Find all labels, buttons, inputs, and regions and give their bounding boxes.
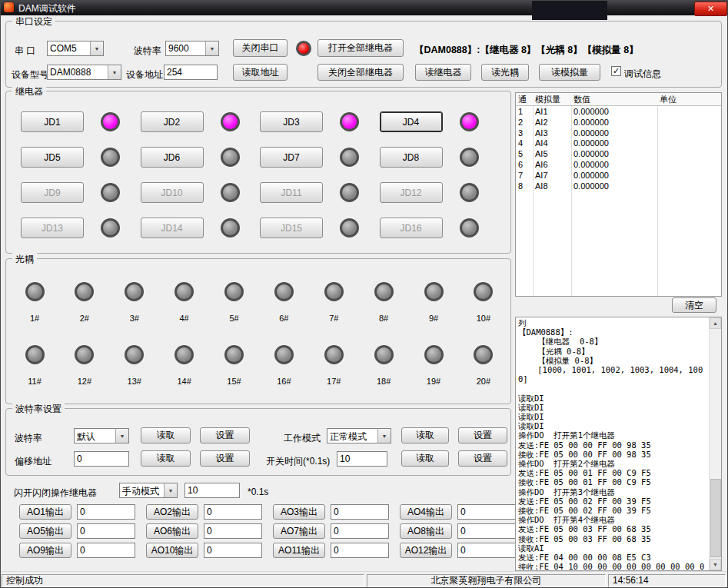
- app-window: DAM调试软件 ✕ 串口设定 串 口 COM5 ▼ 波特率 9600 ▼ 关闭串…: [0, 0, 728, 588]
- analog-cell: 0.000000: [571, 148, 657, 159]
- analog-row[interactable]: 8AI80.000000: [516, 181, 721, 191]
- ao-output-input[interactable]: [331, 543, 389, 558]
- analog-row[interactable]: 4AI40.000000: [516, 138, 721, 148]
- baudrate-select[interactable]: 默认 ▼: [74, 428, 129, 443]
- ao-output-input[interactable]: [77, 504, 135, 520]
- ao-output-input[interactable]: [204, 523, 262, 539]
- analog-row[interactable]: 3AI30.000000: [516, 128, 721, 138]
- ao-output-input[interactable]: [331, 523, 389, 539]
- relay-button[interactable]: JD11: [260, 182, 323, 203]
- ao-output-input[interactable]: [204, 504, 262, 520]
- relay-button[interactable]: JD5: [21, 147, 84, 168]
- flash-time-input[interactable]: [184, 483, 240, 498]
- ao-output-button[interactable]: AO12输出: [400, 543, 452, 558]
- baud-select[interactable]: 9600 ▼: [165, 41, 219, 56]
- ao-cell: AO9输出: [19, 543, 146, 558]
- relay-button[interactable]: JD6: [141, 147, 204, 168]
- read-relay-button[interactable]: 读继电器: [415, 64, 471, 81]
- ao-output-input[interactable]: [77, 523, 135, 539]
- analog-table[interactable]: 通模拟量数值单位 1AI10.0000002AI20.0000003AI30.0…: [515, 92, 722, 297]
- scrollbar-thumb[interactable]: [710, 479, 721, 557]
- ao-output-button[interactable]: AO3输出: [273, 504, 325, 520]
- opto-label: 3#: [130, 314, 139, 323]
- close-all-relays-button[interactable]: 关闭全部继电器: [317, 64, 404, 81]
- baudrate-set-button[interactable]: 设置: [200, 427, 250, 443]
- flash-mode-select[interactable]: 手动模式 ▼: [119, 483, 178, 498]
- relay-led: [340, 112, 359, 131]
- analog-row[interactable]: 7AI70.000000: [516, 170, 721, 181]
- relay-button[interactable]: JD4: [380, 111, 443, 132]
- scroll-up-icon[interactable]: ▲: [710, 317, 721, 329]
- offset-address-input[interactable]: [74, 451, 129, 467]
- baudrate-read-button[interactable]: 读取: [141, 427, 191, 443]
- relay-button[interactable]: JD14: [141, 218, 204, 238]
- ao-output-button[interactable]: AO6输出: [146, 523, 198, 539]
- log-panel[interactable]: 列 【DAM0888】: 【继电器 0-8】 【光耦 0-8】 【模拟量 0-8…: [515, 317, 722, 571]
- work-mode-select[interactable]: 正常模式 ▼: [327, 428, 391, 443]
- relay-button[interactable]: JD3: [260, 111, 323, 132]
- relay-button[interactable]: JD7: [260, 147, 323, 168]
- read-opto-button[interactable]: 读光耦: [481, 64, 529, 81]
- analog-row[interactable]: 2AI20.000000: [516, 117, 721, 128]
- relay-button[interactable]: JD1: [21, 111, 84, 132]
- switch-time-set-button[interactable]: 设置: [458, 450, 507, 467]
- ao-output-button[interactable]: AO11输出: [273, 543, 325, 558]
- ao-output-button[interactable]: AO5输出: [19, 523, 71, 539]
- analog-row[interactable]: 1AI10.000000: [516, 106, 721, 117]
- ao-cell: AO10输出: [146, 543, 273, 558]
- log-scrollbar[interactable]: ▲ ▼: [709, 317, 721, 570]
- analog-cell: [657, 148, 721, 159]
- relay-cell: JD2: [141, 111, 261, 132]
- relay-button[interactable]: JD15: [260, 218, 323, 238]
- relay-button[interactable]: JD10: [141, 182, 204, 203]
- ao-output-button[interactable]: AO8输出: [400, 523, 452, 539]
- analog-cell: [657, 181, 721, 191]
- opto-led: [25, 345, 45, 364]
- ao-output-button[interactable]: AO10输出: [146, 543, 198, 558]
- open-all-relays-button[interactable]: 打开全部继电器: [317, 39, 404, 57]
- offset-read-button[interactable]: 读取: [141, 450, 191, 467]
- port-select[interactable]: COM5 ▼: [47, 41, 104, 56]
- relay-button[interactable]: JD9: [21, 182, 84, 203]
- device-model-select[interactable]: DAM0888 ▼: [47, 65, 121, 80]
- ao-output-button[interactable]: AO1输出: [19, 504, 71, 520]
- scroll-down-icon[interactable]: ▼: [710, 559, 721, 570]
- relay-button[interactable]: JD12: [380, 182, 443, 203]
- close-button[interactable]: ✕: [694, 2, 727, 16]
- ao-output-input[interactable]: [331, 504, 389, 520]
- switch-time-read-button[interactable]: 读取: [401, 450, 449, 467]
- analog-cell: 4: [516, 138, 533, 148]
- ao-output-input[interactable]: [457, 543, 516, 558]
- baud-settings-group: 波特率设置 波特率 默认 ▼ 读取 设置 工作模式 正常模式 ▼ 读取 设置 偏…: [5, 408, 511, 476]
- ao-output-button[interactable]: AO4输出: [400, 504, 452, 520]
- offset-set-button[interactable]: 设置: [200, 450, 250, 467]
- analog-cell: 2: [516, 117, 533, 128]
- switch-time-input[interactable]: [337, 451, 387, 467]
- read-address-button[interactable]: 读取地址: [233, 64, 288, 81]
- work-mode-read-button[interactable]: 读取: [401, 427, 449, 443]
- device-address-input[interactable]: [164, 65, 218, 80]
- ao-output-button[interactable]: AO9输出: [19, 543, 71, 558]
- relay-button[interactable]: JD8: [380, 147, 443, 168]
- ao-output-input[interactable]: [457, 504, 516, 520]
- debug-info-checkbox[interactable]: ✓: [611, 66, 621, 76]
- close-serial-button[interactable]: 关闭串口: [233, 39, 288, 57]
- analog-row[interactable]: 5AI50.000000: [516, 148, 721, 159]
- work-mode-set-button[interactable]: 设置: [458, 427, 507, 443]
- relay-button[interactable]: JD13: [21, 218, 84, 238]
- relay-led: [101, 148, 120, 167]
- analog-cell: AI7: [533, 170, 571, 181]
- analog-row[interactable]: 6AI60.000000: [516, 159, 721, 170]
- ao-output-input[interactable]: [204, 543, 262, 558]
- analog-cell: AI6: [533, 159, 571, 170]
- analog-cell: AI8: [533, 181, 571, 191]
- read-analog-button[interactable]: 读模拟量: [539, 64, 600, 81]
- relay-button[interactable]: JD16: [380, 218, 443, 238]
- ao-output-button[interactable]: AO2输出: [146, 504, 198, 520]
- ao-output-button[interactable]: AO7输出: [273, 523, 325, 539]
- title-bar[interactable]: DAM调试软件: [0, 0, 728, 15]
- clear-button[interactable]: 清空: [672, 297, 716, 313]
- relay-button[interactable]: JD2: [141, 111, 204, 132]
- ao-output-input[interactable]: [457, 523, 516, 539]
- ao-output-input[interactable]: [77, 543, 135, 558]
